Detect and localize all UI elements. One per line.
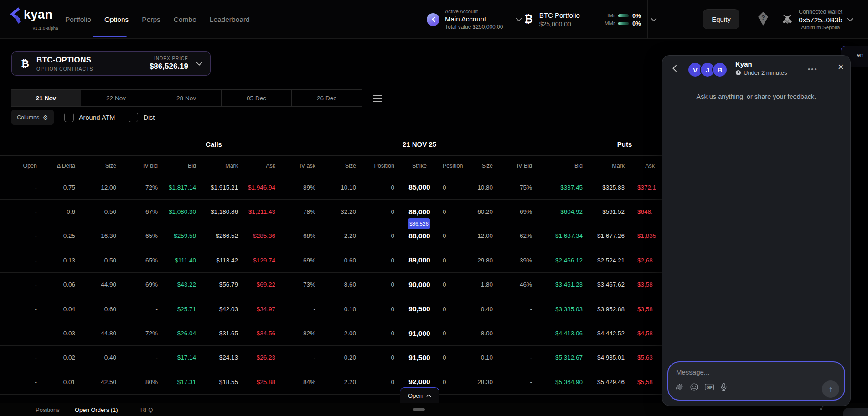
call-bid-cell[interactable]: $26.04 (163, 330, 202, 337)
nav-item-leaderboard[interactable]: Leaderboard (210, 15, 250, 24)
gif-icon[interactable]: GIF (705, 384, 714, 390)
nav-item-combo[interactable]: Combo (174, 15, 196, 24)
header-call-iv-bid[interactable]: IV bid (122, 163, 163, 169)
put-bid-cell[interactable]: $604.92 (537, 208, 588, 215)
market-name: BTC-OPTIONS (36, 56, 93, 65)
chain-section-labels: Calls 21 NOV 25 Puts (0, 135, 693, 155)
svg-text:?: ? (761, 15, 765, 21)
nav-item-perps[interactable]: Perps (142, 15, 160, 24)
call-bid-cell[interactable]: $111.40 (163, 257, 202, 264)
header-call-iv-ask[interactable]: IV ask (281, 163, 321, 169)
microphone-icon[interactable] (721, 383, 727, 391)
footer-tab-rfq[interactable]: RFQ (140, 406, 153, 413)
put-size-cell: 28.30 (460, 379, 498, 385)
expiry-tab-05-dec[interactable]: 05 Dec (222, 89, 292, 107)
call-ask-cell[interactable]: $34.97 (243, 306, 281, 313)
header-call-mark[interactable]: Mark (202, 163, 243, 169)
put-bid-cell[interactable]: $5,312.67 (537, 354, 588, 361)
header-call-ask[interactable]: Ask (243, 163, 281, 169)
nav-item-portfolio[interactable]: Portfolio (65, 15, 91, 24)
call-open-cell: - (0, 306, 42, 313)
call-size-2-cell: 0.60 (321, 257, 362, 264)
chat-menu-icon[interactable]: ••• (808, 65, 818, 73)
account-switcher[interactable]: Active Account Main Account Total value … (427, 0, 522, 39)
header-call-size-2[interactable]: Size (321, 163, 362, 169)
brand-name: kyan (24, 6, 53, 23)
market-subtitle: OPTION CONTRACTS (36, 66, 93, 72)
call-bid-cell[interactable]: $1,080.30 (163, 208, 202, 215)
header-put-iv-bid[interactable]: IV Bid (498, 163, 537, 169)
around-atm-label[interactable]: Around ATM (79, 114, 115, 121)
portfolio-summary[interactable]: ₿ BTC Portfolio $25,000.00 IMr 0% MMr 0% (524, 0, 657, 39)
put-bid-cell[interactable]: $2,466.12 (537, 257, 588, 264)
put-bid-cell[interactable]: $3,461.23 (537, 281, 588, 288)
nav-item-options[interactable]: Options (104, 15, 129, 24)
header-call-open[interactable]: Open (0, 163, 42, 169)
put-bid-cell[interactable]: $1,687.34 (537, 232, 588, 239)
call-bid-cell[interactable]: $17.14 (163, 354, 202, 361)
header-call-bid[interactable]: Bid (163, 163, 202, 169)
header-put-size[interactable]: Size (460, 163, 498, 169)
call-ask-cell[interactable]: $285.36 (243, 232, 281, 239)
header-call-position[interactable]: Position (362, 163, 400, 169)
put-bid-cell[interactable]: $337.45 (537, 184, 588, 191)
around-atm-filter: Around ATM (64, 113, 115, 122)
footer-tab-positions[interactable]: Positions (36, 406, 60, 413)
attachment-icon[interactable] (676, 384, 683, 391)
call-ask-cell[interactable]: $69.22 (243, 281, 281, 288)
put-bid-cell[interactable]: $4,413.06 (537, 330, 588, 337)
call-bid-cell[interactable]: $43.22 (163, 281, 202, 288)
dist-label[interactable]: Dist (143, 114, 155, 121)
call-ask-cell[interactable]: $1,211.43 (243, 208, 281, 215)
header-call-delta[interactable]: Δ Delta (42, 163, 81, 169)
chat-message-input[interactable]: Message... GIF ↑ (667, 361, 845, 401)
call-size-cell: 0.40 (81, 354, 122, 361)
header-strike[interactable]: Strike (400, 156, 439, 175)
help-icon[interactable]: ? (758, 12, 769, 27)
chat-back-button[interactable] (672, 65, 677, 74)
put-bid-cell[interactable]: $5,364.90 (537, 379, 588, 385)
chat-close-icon[interactable]: × (838, 61, 844, 73)
expiry-tab-26-dec[interactable]: 26 Dec (292, 89, 362, 107)
header-put-mark[interactable]: Mark (588, 163, 630, 169)
around-atm-checkbox[interactable] (64, 113, 74, 122)
index-price-badge: $86,526 (408, 218, 430, 229)
put-size-cell: 0.10 (460, 354, 498, 361)
expiry-tabs: 21 Nov22 Nov28 Nov05 Dec26 Dec (11, 89, 362, 107)
market-selector[interactable]: ₿ BTC-OPTIONS OPTION CONTRACTS INDEX PRI… (11, 51, 211, 76)
call-position-cell: 0 (362, 208, 400, 215)
call-bid-cell[interactable]: $17.31 (163, 379, 202, 385)
expiry-tab-21-nov[interactable]: 21 Nov (11, 89, 81, 107)
call-ask-cell[interactable]: $1,946.94 (243, 184, 281, 191)
expiry-tab-22-nov[interactable]: 22 Nov (81, 89, 151, 107)
expiry-menu-icon[interactable] (373, 95, 382, 104)
call-position-cell: 0 (362, 257, 400, 264)
header-put-bid[interactable]: Bid (537, 163, 588, 169)
call-size-cell: 0.60 (81, 306, 122, 313)
send-button[interactable]: ↑ (822, 380, 839, 398)
put-position-cell: 0 (439, 354, 460, 361)
call-ask-cell[interactable]: $26.23 (243, 354, 281, 361)
columns-button[interactable]: Columns ⚙ (11, 110, 54, 125)
main-nav: PortfolioOptionsPerpsComboLeaderboard (65, 0, 250, 39)
call-bid-cell[interactable]: $25.71 (163, 306, 202, 313)
equity-button[interactable]: Equity (703, 9, 739, 29)
footer-tab-open-orders-1[interactable]: Open Orders (1) (75, 406, 118, 413)
expiry-tab-28-nov[interactable]: 28 Nov (151, 89, 222, 107)
call-bid-cell[interactable]: $1,817.14 (163, 184, 202, 191)
call-bid-cell[interactable]: $259.58 (163, 232, 202, 239)
open-orders-expand-button[interactable]: Open (400, 387, 439, 403)
brand[interactable]: kyan (7, 6, 53, 25)
chat-title: Kyan (735, 60, 787, 68)
header-call-size[interactable]: Size (81, 163, 122, 169)
panel-resize-handle[interactable] (413, 408, 425, 411)
header-put-position[interactable]: Position (439, 163, 460, 169)
put-bid-cell[interactable]: $3,385.03 (537, 306, 588, 313)
call-ask-cell[interactable]: $25.88 (243, 379, 281, 385)
call-ask-cell[interactable]: $129.74 (243, 257, 281, 264)
dist-checkbox[interactable] (129, 113, 138, 122)
emoji-icon[interactable] (690, 383, 698, 391)
call-ask-cell[interactable]: $34.56 (243, 330, 281, 337)
wallet-menu[interactable]: Connected wallet 0x5725..0B3b Arbitrum S… (781, 0, 853, 39)
svg-text:GIF: GIF (707, 385, 713, 390)
